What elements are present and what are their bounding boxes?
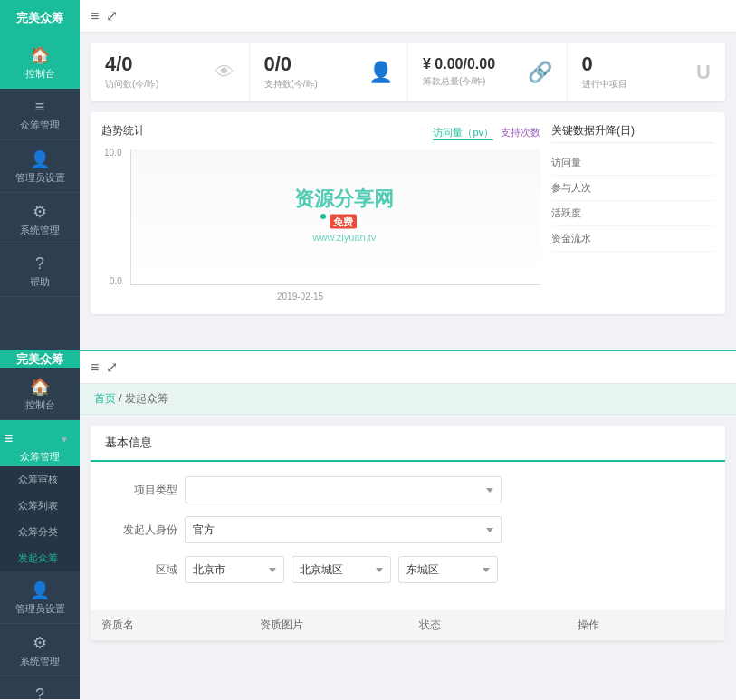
chart-legend: 访问量（pv） 支持次数 bbox=[433, 126, 540, 140]
main-content-top: ≡ ⤢ 4/0 访问数(今/昨) 👁 0/0 支持数(今/昨) bbox=[80, 0, 736, 350]
sidebar-item-admin2[interactable]: 👤 管理员设置 bbox=[0, 571, 80, 624]
home-icon: 🏠 bbox=[30, 45, 50, 65]
user-icon: 👤 bbox=[30, 149, 50, 169]
sidebar-label-system2: 系统管理 bbox=[20, 655, 60, 668]
chart-area: 10.0 0.0 bbox=[130, 149, 540, 285]
label-region: 区域 bbox=[105, 562, 177, 578]
legend-support[interactable]: 支持次数 bbox=[501, 126, 540, 140]
topbar-2: ≡ ⤢ bbox=[80, 351, 736, 384]
sidebar-item-label: 众筹管理 bbox=[20, 119, 60, 132]
breadcrumb-home[interactable]: 首页 bbox=[94, 392, 116, 405]
stat-amount-label: 筹款总量(今/昨) bbox=[423, 75, 495, 88]
menu-icon-2[interactable]: ≡ bbox=[91, 360, 99, 376]
stats-row: 4/0 访问数(今/昨) 👁 0/0 支持数(今/昨) 👤 ¥ 0.00/0.0… bbox=[91, 43, 725, 101]
select-district[interactable]: 东城区 bbox=[398, 556, 498, 583]
select-province[interactable]: 北京市 bbox=[185, 556, 284, 583]
topbar: ≡ ⤢ bbox=[80, 0, 736, 33]
stat-amount: ¥ 0.00/0.00 筹款总量(今/昨) 🔗 bbox=[408, 43, 568, 101]
main-content-bottom: ≡ ⤢ 首页 / 发起众筹 基本信息 项目类型 bbox=[80, 351, 736, 699]
sidebar-item-help[interactable]: ? 帮助 bbox=[0, 245, 80, 297]
sidebar-item-label: 管理员设置 bbox=[15, 171, 65, 185]
app-logo-2: 完美众筹 bbox=[0, 351, 80, 368]
form-row-region: 区域 北京市 北京城区 东城区 bbox=[105, 556, 711, 583]
gear-icon-2: ⚙ bbox=[33, 633, 47, 653]
expand-icon[interactable]: ⤢ bbox=[106, 7, 118, 24]
list-icon-2: ≡ bbox=[4, 429, 14, 448]
stat-support-value: 0/0 bbox=[264, 54, 318, 74]
form-section: 基本信息 项目类型 发起人身份 官方 bbox=[91, 426, 725, 641]
stat-projects-value: 0 bbox=[582, 54, 627, 74]
table-col-status: 状态 bbox=[408, 618, 567, 633]
arrow-down-icon: ▼ bbox=[60, 435, 69, 445]
form-row-project-type: 项目类型 bbox=[105, 476, 711, 503]
user-stat-icon: 👤 bbox=[368, 61, 393, 84]
table-header: 资质名 资质图片 状态 操作 bbox=[91, 610, 725, 641]
select-project-type[interactable] bbox=[185, 476, 502, 503]
user-icon-2: 👤 bbox=[30, 580, 50, 600]
sidebar-item-label: 控制台 bbox=[25, 67, 55, 81]
project-icon: U bbox=[696, 61, 711, 84]
list-icon: ≡ bbox=[35, 98, 45, 117]
table-col-name: 资质名 bbox=[91, 618, 249, 633]
chart-main: 趋势统计 访问量（pv） 支持次数 10.0 0.0 2 bbox=[101, 123, 540, 303]
stat-support: 0/0 支持数(今/昨) 👤 bbox=[250, 43, 409, 101]
home-icon-2: 🏠 bbox=[30, 377, 50, 397]
chart-y-min: 0.0 bbox=[110, 276, 122, 286]
form-row-initiator: 发起人身份 官方 bbox=[105, 516, 711, 543]
sidebar-item-label: 系统管理 bbox=[20, 224, 60, 237]
chart-x-label: 2019-02-15 bbox=[277, 292, 323, 302]
label-project-type: 项目类型 bbox=[105, 483, 177, 498]
sidebar-label-crowd2: 众筹管理 bbox=[20, 450, 60, 464]
key-data-visits: 访问量 bbox=[551, 150, 714, 176]
eye-icon: 👁 bbox=[215, 61, 234, 84]
table-col-action: 操作 bbox=[567, 618, 725, 633]
stat-support-label: 支持数(今/昨) bbox=[264, 78, 318, 91]
stat-projects: 0 进行中项目 U bbox=[568, 43, 726, 101]
sidebar-top: 完美众筹 🏠 控制台 ≡ 众筹管理 👤 管理员设置 ⚙ 系统管理 ? 帮助 bbox=[0, 0, 80, 350]
sidebar-item-crowd2[interactable]: ≡ ▼ 众筹管理 bbox=[0, 420, 80, 466]
submenu-launch[interactable]: 发起众筹 bbox=[0, 545, 80, 571]
sidebar-bottom: 完美众筹 🏠 控制台 ≡ ▼ 众筹管理 众筹审核 众筹列表 众筹分类 发起众筹 … bbox=[0, 351, 80, 699]
chart-right-title: 关键数据升降(日) bbox=[551, 123, 714, 143]
crowd-submenu: 众筹审核 众筹列表 众筹分类 发起众筹 bbox=[0, 466, 80, 571]
sidebar-label-admin2: 管理员设置 bbox=[15, 602, 65, 616]
expand-icon-2[interactable]: ⤢ bbox=[106, 359, 118, 376]
select-initiator[interactable]: 官方 bbox=[185, 516, 502, 543]
sidebar-item-admin[interactable]: 👤 管理员设置 bbox=[0, 140, 80, 193]
stat-visits: 4/0 访问数(今/昨) 👁 bbox=[91, 43, 250, 101]
form-body: 项目类型 发起人身份 官方 区域 bbox=[91, 462, 725, 610]
menu-icon[interactable]: ≡ bbox=[91, 8, 99, 24]
chart-right: 关键数据升降(日) 访问量 参与人次 活跃度 资金流水 bbox=[551, 123, 714, 303]
label-initiator: 发起人身份 bbox=[105, 523, 177, 538]
breadcrumb-current: 发起众筹 bbox=[125, 392, 168, 405]
sidebar-item-dashboard2[interactable]: 🏠 控制台 bbox=[0, 368, 80, 420]
question-icon-2: ? bbox=[35, 686, 44, 699]
legend-pv[interactable]: 访问量（pv） bbox=[433, 126, 493, 140]
sidebar-label-dashboard2: 控制台 bbox=[25, 398, 55, 412]
chart-section: 趋势统计 访问量（pv） 支持次数 10.0 0.0 2 bbox=[91, 112, 725, 314]
key-data-participants: 参与人次 bbox=[551, 176, 714, 201]
stat-visits-label: 访问数(今/昨) bbox=[105, 78, 158, 91]
stat-visits-value: 4/0 bbox=[105, 54, 158, 74]
gear-icon: ⚙ bbox=[33, 202, 47, 222]
stat-projects-label: 进行中项目 bbox=[582, 78, 627, 91]
sidebar-item-help2[interactable]: ? 帮助 bbox=[0, 676, 80, 699]
sidebar-item-system[interactable]: ⚙ 系统管理 bbox=[0, 193, 80, 245]
link-icon: 🔗 bbox=[528, 61, 552, 84]
breadcrumb-separator: / bbox=[119, 392, 125, 405]
chart-title: 趋势统计 bbox=[101, 123, 145, 139]
key-data-activity: 活跃度 bbox=[551, 201, 714, 226]
submenu-audit[interactable]: 众筹审核 bbox=[0, 466, 80, 493]
sidebar-item-system2[interactable]: ⚙ 系统管理 bbox=[0, 624, 80, 676]
app-logo: 完美众筹 bbox=[0, 0, 80, 36]
form-section-title: 基本信息 bbox=[91, 426, 725, 462]
sidebar-item-crowd[interactable]: ≡ 众筹管理 bbox=[0, 89, 80, 140]
submenu-list[interactable]: 众筹列表 bbox=[0, 493, 80, 519]
submenu-category[interactable]: 众筹分类 bbox=[0, 519, 80, 545]
select-city[interactable]: 北京城区 bbox=[292, 556, 391, 583]
sidebar-item-dashboard[interactable]: 🏠 控制台 bbox=[0, 36, 80, 89]
chart-dot bbox=[320, 214, 326, 219]
table-col-image: 资质图片 bbox=[249, 618, 407, 633]
question-icon: ? bbox=[35, 254, 44, 273]
sidebar-item-label: 帮助 bbox=[30, 275, 50, 289]
